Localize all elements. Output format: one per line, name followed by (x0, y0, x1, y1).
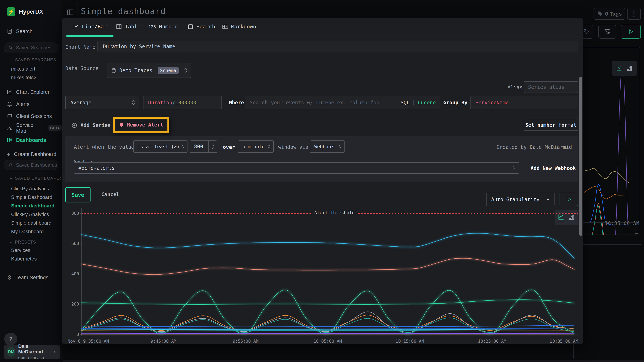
alert-condition-select[interactable]: is at least (≥) (133, 141, 188, 153)
saved-searches-header[interactable]: SAVED SEARCHES (9, 57, 61, 62)
tag-icon (597, 11, 603, 16)
tab-line-bar[interactable]: Line/Bar (73, 23, 107, 30)
sidebar-item-client-sessions[interactable]: Client Sessions (0, 112, 62, 121)
sidebar-divider (0, 40, 62, 40)
saved-dashboard-item-current[interactable]: Simple dashboard (11, 203, 54, 209)
chevron-down-icon (9, 241, 12, 244)
run-query-button[interactable] (621, 25, 641, 39)
tags-button[interactable]: 0 Tags (594, 8, 626, 20)
tab-number[interactable]: 123 Number (148, 23, 178, 30)
saved-search-item[interactable]: mikes tets2 (11, 75, 36, 80)
saved-search-item[interactable]: mikes alert (11, 66, 35, 72)
remove-alert-button[interactable]: Remove Alert (116, 120, 166, 130)
preset-item-services[interactable]: Services (11, 247, 30, 253)
tab-search[interactable]: Search (188, 23, 215, 30)
background-chart-type-toggle[interactable] (612, 61, 637, 76)
chart-name-input[interactable]: Duration by Service Name (98, 41, 578, 52)
chart-series-purple-flat (82, 333, 574, 334)
lang-sql-toggle[interactable]: SQL (400, 100, 410, 106)
chart-series-salmon (82, 258, 574, 274)
saved-dashboard-item[interactable]: My Dashboard (11, 229, 44, 234)
line-chart-icon[interactable] (616, 65, 622, 71)
where-search-input[interactable]: Search your events w/ Lucene ex. column:… (245, 96, 440, 109)
run-chart-button[interactable] (560, 193, 578, 206)
user-name: Dale McDiarmid (18, 344, 49, 355)
aggregation-select[interactable]: Average (65, 96, 139, 109)
alert-when-label: Alert when the value (74, 144, 134, 150)
add-webhook-button[interactable]: Add New Webhook (530, 165, 576, 171)
sidebar-item-alerts[interactable]: Alerts (0, 100, 62, 109)
panel-collapse-icon[interactable] (66, 8, 74, 16)
filter-button[interactable] (598, 25, 616, 39)
chevron-down-icon (546, 197, 550, 202)
markdown-icon (222, 23, 228, 30)
sidebar-item-label: Search (16, 28, 32, 34)
saved-searches-placeholder: Saved Searches (16, 45, 51, 51)
kebab-menu-button[interactable]: ⋮ (627, 8, 641, 20)
help-button[interactable]: ? (4, 333, 17, 346)
granularity-select[interactable]: Auto Granularity (486, 193, 554, 206)
search-list-icon (188, 23, 194, 30)
bar-chart-icon[interactable] (626, 65, 632, 71)
sidebar-item-service-map[interactable]: Service Map BETA (0, 124, 62, 133)
saved-searches-input[interactable]: Saved Searches (4, 42, 58, 53)
bell-icon (7, 101, 12, 107)
search-icon (8, 45, 13, 50)
set-number-format-button[interactable]: Set number format (524, 119, 578, 131)
tab-markdown[interactable]: Markdown (222, 23, 256, 30)
alert-threshold-input[interactable]: 800 (190, 141, 217, 153)
modal-scrollbar[interactable] (579, 77, 582, 236)
data-source-label: Data Source (65, 65, 98, 71)
sidebar-item-team-settings[interactable]: ⚙ Team Settings (0, 273, 62, 282)
preset-item-kubernetes[interactable]: Kubernetes (11, 256, 37, 262)
y-tick: 0 (68, 332, 79, 337)
chevron-updown-icon (132, 100, 135, 105)
sidebar-item-dashboards[interactable]: Dashboards (0, 136, 62, 145)
saved-dashboards-header[interactable]: SAVED DASHBOARDS (9, 176, 61, 181)
chevron-updown-icon (268, 144, 270, 149)
laptop-icon (7, 113, 12, 119)
plus-icon: + (7, 151, 10, 158)
journal-icon (7, 28, 12, 34)
service-map-icon (7, 125, 12, 131)
add-series-button[interactable]: Add Series (72, 122, 111, 128)
chart-series-blue-flat-2 (82, 328, 574, 329)
saved-dashboard-item[interactable]: ClickPy Analytics (11, 211, 49, 217)
saved-dashboard-item[interactable]: ClickPy Analytics (11, 186, 49, 191)
line-chart-icon (73, 23, 79, 30)
saved-dashboard-item[interactable]: Simple dashboard (11, 220, 52, 226)
resize-handle-icon[interactable] (634, 230, 638, 234)
brand[interactable]: ⚡ HyperDX (0, 6, 62, 17)
create-dashboard-button[interactable]: + Create Dashboard (0, 150, 62, 159)
cancel-button[interactable]: Cancel (101, 191, 119, 197)
send-to-select[interactable]: #demo-alerts (74, 162, 519, 174)
active-tab-underline (66, 35, 114, 37)
field-expression-input[interactable]: Duration/1000000 (143, 96, 222, 109)
group-by-input[interactable]: ServiceName (470, 96, 578, 109)
page-title[interactable]: Simple dashboard (81, 6, 166, 16)
series-alias-input[interactable]: Series alias (524, 81, 578, 93)
sidebar-item-chart-explorer[interactable]: Chart Explorer (0, 88, 62, 96)
x-tick: 10:25:00 AM (472, 339, 512, 344)
number-stepper[interactable] (208, 141, 217, 152)
presets-header[interactable]: PRESETS (9, 240, 61, 245)
alert-channel-select[interactable]: Webhook (310, 141, 344, 153)
alert-window-select[interactable]: 5 minute (238, 141, 274, 153)
save-button[interactable]: Save (65, 187, 90, 202)
data-source-select[interactable]: Demo Traces Schema (107, 63, 191, 78)
saved-dashboard-item[interactable]: Simple Dashboard (11, 194, 52, 200)
chevron-down-icon (9, 177, 12, 180)
x-tick: 10:15:00 AM (390, 339, 430, 344)
schema-badge[interactable]: Schema (158, 67, 179, 74)
user-card[interactable]: DM Dale McDiarmid demo-service - (4, 345, 60, 359)
beta-badge: BETA (48, 125, 62, 131)
saved-dashboards-input[interactable]: Saved Dashboards (4, 160, 58, 170)
sidebar-item-search[interactable]: Search (0, 27, 62, 36)
lang-lucene-toggle[interactable]: Lucene (418, 100, 436, 106)
x-tick: 10:35:00 AM (539, 339, 578, 344)
section-divider (62, 116, 583, 116)
chart-series-orange-wave (82, 315, 574, 331)
tab-table[interactable]: Table (116, 23, 140, 30)
search-icon (8, 163, 13, 168)
x-tick: 10:05:00 AM (308, 339, 348, 344)
